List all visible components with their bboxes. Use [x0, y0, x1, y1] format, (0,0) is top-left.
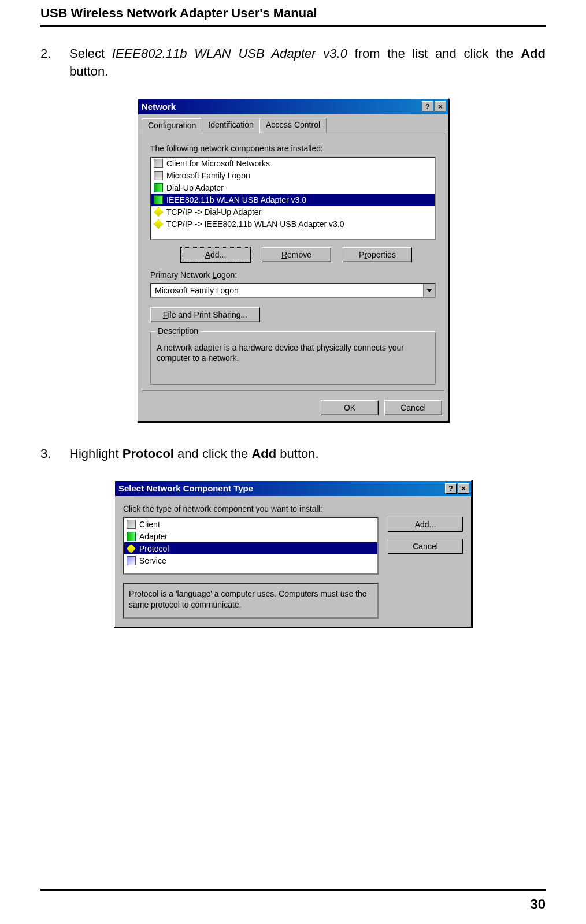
component-type-label: Click the type of network component you …: [123, 504, 463, 513]
divider-top: [40, 25, 546, 27]
step2-text-d: Add: [521, 46, 546, 61]
cancel-button[interactable]: Cancel: [388, 539, 463, 554]
step-3: 3. Highlight Protocol and click the Add …: [40, 445, 546, 463]
tab-configuration[interactable]: Configuration: [142, 118, 202, 133]
primary-logon-select[interactable]: Microsoft Family Logon: [150, 283, 436, 298]
list-item[interactable]: Client: [124, 518, 377, 530]
protocol-icon: [127, 544, 136, 553]
client-icon: [127, 520, 136, 529]
list-item[interactable]: Adapter: [124, 530, 377, 542]
list-item[interactable]: Client for Microsoft Networks: [151, 158, 435, 170]
list-item[interactable]: TCP/IP -> Dial-Up Adapter: [151, 206, 435, 218]
step2-text-c: from the list and click the: [347, 46, 521, 61]
step3-d: Add: [251, 446, 276, 461]
ok-button[interactable]: OK: [321, 400, 379, 415]
titlebar[interactable]: Network ? ×: [138, 99, 448, 114]
tab-access-control[interactable]: Access Control: [259, 118, 327, 133]
help-icon[interactable]: ?: [422, 101, 433, 111]
description-label: Description: [155, 326, 201, 336]
dialog-title: Select Network Component Type: [118, 483, 253, 493]
client-icon: [154, 159, 163, 168]
list-item[interactable]: Microsoft Family Logon: [151, 170, 435, 182]
properties-button[interactable]: Properties: [343, 247, 412, 262]
adapter-icon: [127, 532, 136, 541]
select-component-dialog: Select Network Component Type ? × Click …: [114, 480, 472, 628]
primary-logon-value: Microsoft Family Logon: [151, 286, 423, 295]
close-icon[interactable]: ×: [458, 483, 469, 494]
list-item-selected[interactable]: IEEE802.11b WLAN USB Adapter v3.0: [151, 194, 435, 206]
step-2-number: 2.: [40, 45, 69, 81]
primary-logon-label: Primary Network Logon:: [150, 270, 436, 280]
step-3-number: 3.: [40, 445, 69, 463]
dialog-title: Network: [142, 102, 176, 111]
description-text: A network adapter is a hardware device t…: [157, 342, 429, 378]
client-icon: [154, 171, 163, 180]
tabs: Configuration Identification Access Cont…: [138, 114, 448, 133]
titlebar[interactable]: Select Network Component Type ? ×: [115, 481, 471, 496]
step2-text-a: Select: [69, 46, 112, 61]
add-button[interactable]: Add...: [181, 247, 250, 262]
file-print-sharing-button[interactable]: File and Print Sharing...: [150, 307, 260, 322]
list-item[interactable]: Dial-Up Adapter: [151, 182, 435, 194]
page-number: 30: [530, 896, 546, 912]
list-item-selected[interactable]: Protocol: [124, 542, 377, 554]
step3-b: Protocol: [123, 446, 174, 461]
step3-a: Highlight: [69, 446, 123, 461]
page-header: USB Wireless Network Adapter User's Manu…: [40, 6, 546, 25]
list-item[interactable]: TCP/IP -> IEEE802.11b WLAN USB Adapter v…: [151, 218, 435, 230]
step2-text-b: IEEE802.11b WLAN USB Adapter v3.0: [112, 46, 347, 61]
service-icon: [127, 556, 136, 565]
list-item[interactable]: Service: [124, 554, 377, 567]
tab-identification[interactable]: Identification: [202, 118, 260, 133]
help-icon[interactable]: ?: [445, 483, 457, 494]
component-description: Protocol is a 'language' a computer uses…: [123, 583, 379, 619]
network-dialog: Network ? × Configuration Identification…: [137, 98, 449, 422]
protocol-icon: [154, 219, 163, 229]
divider-bottom: [40, 889, 546, 891]
adapter-icon: [154, 183, 163, 192]
description-group: Description A network adapter is a hardw…: [150, 331, 436, 385]
components-label: The following network components are ins…: [150, 144, 436, 153]
step3-c: and click the: [174, 446, 252, 461]
cancel-button[interactable]: Cancel: [384, 400, 442, 415]
adapter-icon: [154, 195, 163, 204]
protocol-icon: [154, 207, 163, 217]
step2-text-e: button.: [69, 64, 108, 79]
close-icon[interactable]: ×: [435, 101, 446, 111]
components-listbox[interactable]: Client for Microsoft Networks Microsoft …: [150, 157, 436, 240]
step3-e: button.: [276, 446, 318, 461]
chevron-down-icon[interactable]: [423, 284, 435, 297]
add-button[interactable]: Add...: [388, 517, 463, 532]
step-2: 2. Select IEEE802.11b WLAN USB Adapter v…: [40, 45, 546, 81]
component-type-listbox[interactable]: Client Adapter Protocol Service: [123, 517, 379, 575]
remove-button[interactable]: Remove: [262, 247, 331, 262]
